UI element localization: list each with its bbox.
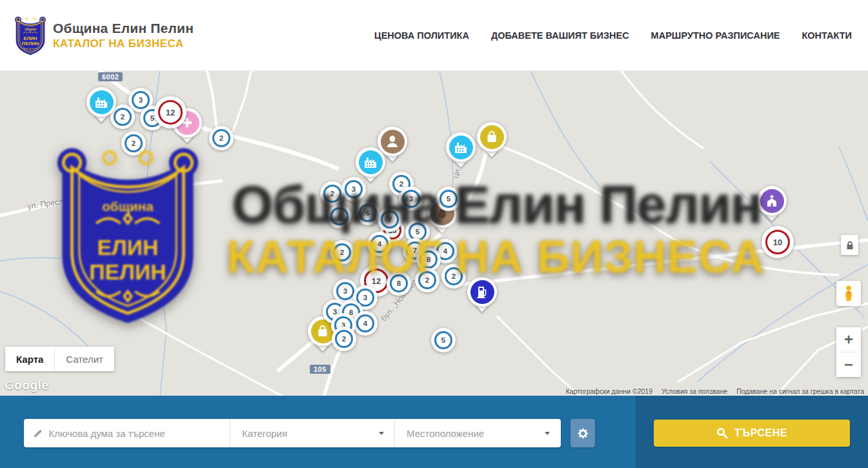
street-view-pegman-button[interactable] bbox=[836, 281, 861, 306]
road-number-badge: 6002 bbox=[98, 72, 123, 81]
cluster-count: 4 bbox=[330, 207, 348, 225]
zoom-control: + − bbox=[836, 327, 861, 377]
cluster-marker[interactable]: 4 bbox=[327, 204, 352, 229]
nav-item-add-business[interactable]: ДОБАВЕТЕ ВАШИЯТ БИЗНЕС bbox=[491, 30, 629, 41]
brand-text: Община Елин Пелин КАТАЛОГ НА БИЗНЕСА bbox=[53, 21, 194, 50]
pin-bubble bbox=[356, 147, 385, 177]
map-type-map-button[interactable]: Карта bbox=[5, 347, 54, 371]
cluster-marker[interactable]: 4 bbox=[353, 311, 378, 336]
cluster-count: 2 bbox=[323, 185, 341, 203]
map-type-control: Карта Сателит bbox=[5, 347, 114, 371]
google-logo[interactable]: Google bbox=[5, 378, 48, 392]
cluster-marker[interactable]: 2 bbox=[441, 264, 466, 289]
cluster-marker[interactable]: 6 bbox=[356, 201, 380, 225]
cluster-marker[interactable]: 5 bbox=[431, 328, 456, 352]
chevron-down-icon bbox=[545, 432, 550, 435]
zoom-out-button[interactable]: − bbox=[836, 352, 861, 377]
category-select[interactable]: Категория bbox=[230, 419, 395, 447]
factory-icon bbox=[90, 90, 114, 114]
cluster-count: 8 bbox=[419, 250, 438, 269]
cluster-count: 10 bbox=[765, 230, 790, 254]
factory-map-pin[interactable] bbox=[446, 132, 476, 170]
cluster-marker[interactable]: 8 bbox=[387, 271, 411, 296]
cluster-marker[interactable]: 2 bbox=[415, 268, 439, 292]
attribution-report-link[interactable]: Подаване на сигнал за грешка в картата bbox=[736, 387, 864, 395]
factory-map-pin[interactable] bbox=[86, 87, 116, 125]
cluster-marker[interactable]: 12 bbox=[154, 96, 187, 128]
search-bar-left: Категория Местоположение bbox=[0, 396, 636, 468]
search-icon bbox=[716, 427, 728, 439]
zoom-in-button[interactable]: + bbox=[836, 327, 861, 352]
keyword-field-wrap bbox=[24, 419, 230, 447]
cluster-count: 3 bbox=[336, 282, 354, 300]
nav-item-route-schedule[interactable]: МАРШРУТНО РАЗПИСАНИЕ bbox=[651, 30, 780, 41]
cluster-count: 8 bbox=[390, 274, 408, 292]
cluster-count: 6 bbox=[359, 204, 377, 222]
pencil-icon bbox=[33, 428, 43, 439]
cluster-marker[interactable]: 10 bbox=[762, 226, 794, 258]
pin-bubble bbox=[757, 186, 787, 216]
cluster-marker[interactable]: 2 bbox=[330, 240, 354, 265]
map-canvas[interactable]: ул. Преславбул. „Новоселци6002105 bbox=[0, 71, 868, 396]
search-bar: Категория Местоположение ТЪРСЕНЕ bbox=[0, 396, 868, 468]
location-select-value: Местоположение bbox=[407, 428, 484, 439]
cluster-count: 2 bbox=[335, 330, 353, 348]
cluster-count: 12 bbox=[158, 100, 183, 125]
gear-icon bbox=[577, 427, 589, 440]
map-attribution: Картографски данни ©2019 Условия за полз… bbox=[566, 387, 864, 395]
cluster-count: 2 bbox=[418, 271, 436, 289]
church-map-pin[interactable] bbox=[757, 186, 787, 223]
keyword-search-input[interactable] bbox=[49, 428, 223, 439]
fuel-pump-icon bbox=[470, 280, 494, 304]
search-bar-right: ТЪРСЕНЕ bbox=[636, 396, 868, 468]
crest-top-text: община bbox=[25, 27, 36, 31]
attribution-terms-link[interactable]: Условия за ползване bbox=[661, 387, 727, 395]
pegman-icon bbox=[842, 285, 855, 302]
road-number-badge: 105 bbox=[310, 365, 330, 374]
crest-line2-text: ПЕЛИН bbox=[22, 41, 39, 46]
cluster-count: 2 bbox=[114, 108, 132, 126]
cluster-count: 4 bbox=[370, 235, 389, 253]
pin-bubble bbox=[467, 277, 497, 307]
location-select[interactable]: Местоположение bbox=[395, 419, 560, 447]
header: община ЕЛИН ПЕЛИН Община Елин Пелин КАТА… bbox=[0, 0, 868, 71]
fuel-pump-map-pin[interactable] bbox=[467, 277, 497, 314]
chevron-down-icon bbox=[379, 432, 384, 435]
cluster-count: 5 bbox=[434, 331, 452, 349]
cluster-marker[interactable]: 7 bbox=[378, 207, 402, 232]
nav-item-pricing[interactable]: ЦЕНОВА ПОЛИТИКА bbox=[374, 30, 469, 41]
search-submit-button[interactable]: ТЪРСЕНЕ bbox=[654, 420, 850, 447]
church-icon bbox=[760, 189, 784, 213]
cluster-marker[interactable]: 2 bbox=[332, 327, 356, 351]
pin-bubble bbox=[446, 132, 476, 162]
cluster-count: 3 bbox=[402, 190, 420, 208]
cluster-marker[interactable]: 2 bbox=[121, 131, 146, 156]
cluster-count: 7 bbox=[381, 210, 399, 229]
factory-map-pin[interactable] bbox=[356, 147, 385, 185]
brand[interactable]: община ЕЛИН ПЕЛИН Община Елин Пелин КАТА… bbox=[14, 15, 194, 56]
cluster-marker[interactable]: 3 bbox=[399, 187, 423, 211]
advanced-search-button[interactable] bbox=[570, 419, 595, 447]
attribution-copyright: Картографски данни ©2019 bbox=[566, 387, 652, 395]
nav-item-contacts[interactable]: КОНТАКТИ bbox=[802, 30, 852, 41]
pin-bubble bbox=[86, 87, 116, 117]
cluster-marker[interactable]: 2 bbox=[209, 126, 234, 150]
main-nav: ЦЕНОВА ПОЛИТИКА ДОБАВЕТЕ ВАШИЯТ БИЗНЕС М… bbox=[374, 30, 852, 41]
cluster-count: 2 bbox=[445, 267, 463, 285]
cluster-marker[interactable]: 4 bbox=[367, 232, 392, 256]
category-select-value: Категория bbox=[242, 428, 287, 439]
cluster-count: 2 bbox=[333, 243, 351, 261]
lock-button[interactable] bbox=[841, 235, 858, 255]
shopping-bag-map-pin[interactable] bbox=[477, 122, 507, 159]
cluster-marker[interactable]: 2 bbox=[320, 181, 345, 206]
shopping-bag-icon bbox=[480, 125, 504, 149]
crest-line1-text: ЕЛИН bbox=[24, 36, 37, 41]
lock-icon bbox=[844, 239, 856, 251]
search-button-label: ТЪРСЕНЕ bbox=[734, 427, 787, 439]
cluster-marker[interactable]: 5 bbox=[436, 187, 461, 211]
map-type-satellite-button[interactable]: Сателит bbox=[54, 347, 114, 371]
site-title: Община Елин Пелин bbox=[53, 21, 194, 36]
cluster-count: 5 bbox=[439, 190, 458, 208]
cluster-count: 2 bbox=[125, 134, 143, 152]
factory-icon bbox=[359, 150, 383, 174]
